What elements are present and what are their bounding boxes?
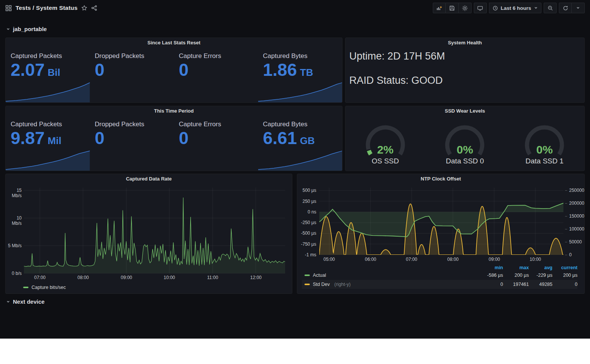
y-axis-right-tick: 100000 xyxy=(565,226,584,232)
y-axis-left-tick: -1 ms xyxy=(297,252,316,257)
y-axis-left-tick: 500 µs xyxy=(297,188,316,193)
stat-captured-bytes: Captured Bytes1.86TB xyxy=(258,48,342,102)
dashboard-settings-button[interactable] xyxy=(459,3,472,13)
row-header-jab-portable[interactable]: jab_portable xyxy=(6,26,47,32)
refresh-button[interactable] xyxy=(559,3,572,13)
stat-label: Capture Errors xyxy=(179,52,258,60)
panel-title[interactable]: NTP Clock Offset xyxy=(297,174,584,184)
legend-value: -229 µs xyxy=(529,273,552,278)
stat-value: 0 xyxy=(179,129,258,148)
stat-dropped-packets: Dropped Packets0 xyxy=(90,48,174,102)
dashboard-grid-icon[interactable] xyxy=(5,5,12,11)
share-icon[interactable] xyxy=(91,5,97,11)
legend-item-capture-bits[interactable]: Capture bits/sec xyxy=(23,285,66,290)
panel-this-time-period: This Time Period Captured Packets9.87Mil… xyxy=(5,106,342,171)
zoom-out-time-button[interactable] xyxy=(544,3,557,13)
row-header-next-device[interactable]: Next device xyxy=(6,298,44,305)
legend-label: Capture bits/sec xyxy=(32,285,66,290)
x-axis-tick: 10:00 xyxy=(161,275,178,280)
stat-captured-packets: Captured Packets9.87Mil xyxy=(6,116,90,171)
y-axis-left-tick: -250 µs xyxy=(297,220,316,225)
stat-label: Capture Errors xyxy=(179,121,258,128)
row-title: Next device xyxy=(13,298,44,305)
panel-ssd-wear-levels: SSD Wear Levels 2%OS SSD0%Data SSD 00%Da… xyxy=(345,106,585,171)
add-panel-button[interactable] xyxy=(433,3,446,13)
stat-sparkline xyxy=(6,149,90,171)
stat-grid: Captured Packets9.87MilDropped Packets0C… xyxy=(6,116,342,171)
gauge-data-ssd-0: 0%Data SSD 0 xyxy=(425,116,505,171)
y-axis-right-tick: 150000 xyxy=(565,213,584,219)
y-axis-left-tick: -500 µs xyxy=(297,231,316,236)
tv-icon xyxy=(477,5,483,11)
chevron-down-icon xyxy=(6,300,10,304)
y-axis-tick: 5 Mb/s xyxy=(6,243,22,248)
stat-label: Dropped Packets xyxy=(95,52,174,60)
x-axis-tick: 10:00 xyxy=(527,257,544,262)
grafana-dashboard: Tests / System Status xyxy=(0,0,590,339)
gear-icon xyxy=(462,5,468,11)
legend-value: 49285 xyxy=(529,282,552,287)
legend-header-max[interactable]: max xyxy=(503,265,529,270)
panel-title[interactable]: Captured Data Rate xyxy=(6,174,292,184)
gauge-value: 0% xyxy=(505,143,584,156)
legend-item-std-dev[interactable]: Std Dev(right-y) xyxy=(302,282,473,287)
y-axis-right-tick: 200000 xyxy=(565,201,584,206)
stat-label: Captured Bytes xyxy=(263,121,342,128)
raid-status-text: RAID Status: GOOD xyxy=(349,75,443,86)
refresh-interval-dropdown[interactable] xyxy=(572,3,585,13)
save-dashboard-button[interactable] xyxy=(446,3,459,13)
time-range-picker[interactable]: Last 6 hours xyxy=(489,3,541,13)
save-icon xyxy=(449,5,455,11)
x-axis-tick: 12:00 xyxy=(248,275,264,280)
stat-value: 1.86TB xyxy=(263,61,342,80)
plus-icon xyxy=(440,6,442,8)
stat-label: Captured Packets xyxy=(11,52,90,60)
panel-since-last-stats-reset: Since Last Stats Reset Captured Packets2… xyxy=(5,38,342,103)
panel-title[interactable]: This Time Period xyxy=(6,106,342,116)
legend-row-std-dev: Std Dev(right-y)0197461492850 xyxy=(302,280,577,289)
y-axis-tick: 0 b/s xyxy=(6,271,22,276)
stat-value: 0 xyxy=(95,129,174,148)
panel-ntp-clock-offset: NTP Clock Offset minmaxavgcurrentActual-… xyxy=(297,174,585,294)
zoom-out-icon xyxy=(547,5,553,11)
panel-title[interactable]: SSD Wear Levels xyxy=(345,106,584,116)
stat-sparkline xyxy=(258,81,342,102)
legend-header-current[interactable]: current xyxy=(552,265,577,270)
refresh-icon xyxy=(563,5,568,11)
ntp-clock-offset-plot xyxy=(319,188,563,255)
x-axis-tick: 11:00 xyxy=(204,275,221,280)
y-axis-right-tick: 0 xyxy=(565,252,572,257)
gauge-label: Data SSD 0 xyxy=(425,157,505,165)
legend-table: minmaxavgcurrentActual-586 µs200 µs-229 … xyxy=(302,264,577,289)
stat-sparkline xyxy=(6,81,90,102)
legend-value: 197461 xyxy=(503,282,529,287)
gauge-label: OS SSD xyxy=(345,157,425,165)
dashboard-title[interactable]: Tests / System Status xyxy=(16,5,77,11)
legend-value: -586 µs xyxy=(473,273,503,278)
stat-captured-bytes: Captured Bytes6.61GB xyxy=(258,116,342,171)
panel-title[interactable]: System Health xyxy=(345,38,584,48)
legend-header-min[interactable]: min xyxy=(473,265,503,270)
stat-capture-errors: Capture Errors0 xyxy=(174,116,258,171)
legend-item-actual[interactable]: Actual xyxy=(302,273,473,278)
stat-capture-errors: Capture Errors0 xyxy=(174,48,258,102)
gauge-value: 2% xyxy=(345,143,425,156)
x-axis-tick: 09:00 xyxy=(486,257,503,262)
clock-icon xyxy=(492,5,498,11)
stat-value: 2.07Bil xyxy=(11,61,90,80)
cycle-view-mode-button[interactable] xyxy=(474,3,487,13)
star-icon[interactable] xyxy=(81,5,87,11)
gauge-row: 2%OS SSD0%Data SSD 00%Data SSD 1 xyxy=(345,116,584,171)
gauge-os-ssd: 2%OS SSD xyxy=(345,116,425,171)
legend-header-avg[interactable]: avg xyxy=(529,265,552,270)
x-axis-tick: 07:00 xyxy=(32,275,48,280)
gauge-data-ssd-1: 0%Data SSD 1 xyxy=(505,116,584,171)
stat-grid: Captured Packets2.07BilDropped Packets0C… xyxy=(6,48,342,102)
panel-title[interactable]: Since Last Stats Reset xyxy=(6,38,342,48)
chevron-down-icon xyxy=(576,5,580,11)
captured-data-rate-plot xyxy=(24,188,285,273)
y-axis-right-tick: 250000 xyxy=(565,188,584,193)
stat-value: 0 xyxy=(179,61,258,80)
stat-captured-packets: Captured Packets2.07Bil xyxy=(6,48,90,102)
navbar: Tests / System Status xyxy=(0,0,590,16)
